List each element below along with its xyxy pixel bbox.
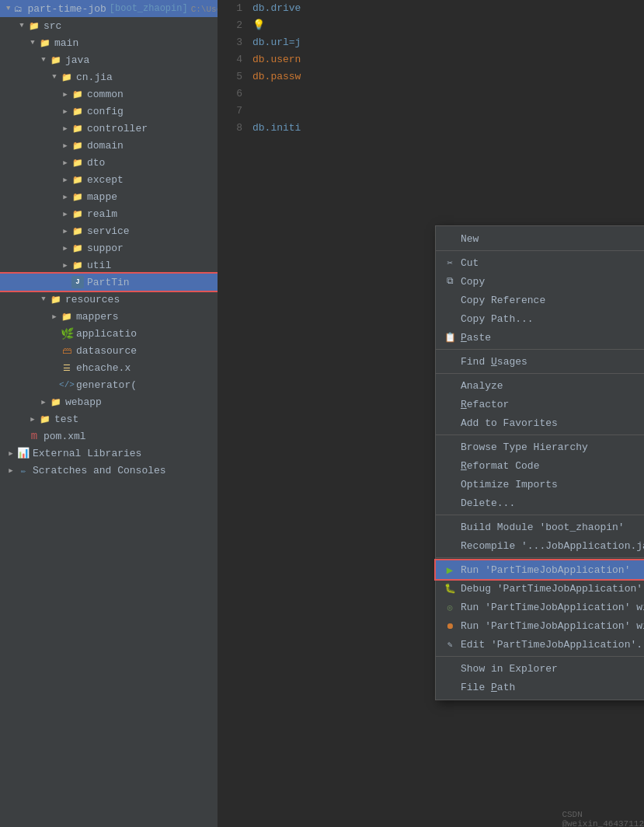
menu-item-analyze[interactable]: Analyze ▶	[436, 376, 644, 395]
folder-cnjia-icon: 📁	[61, 71, 73, 83]
tree-item-java[interactable]: 📁 java	[0, 51, 218, 68]
tree-item-common[interactable]: 📁 common	[0, 85, 218, 103]
arrow-domain	[61, 141, 70, 150]
folder-java-icon: 📁	[50, 54, 62, 66]
menu-sep-6	[436, 557, 644, 558]
menu-item-build-module[interactable]: Build Module 'boot_zhaopin'	[436, 518, 644, 536]
application-label: applicatio	[76, 328, 137, 340]
menu-label-optimize: Optimize Imports	[461, 479, 644, 490]
tree-item-controller[interactable]: 📁 controller	[0, 120, 218, 137]
tree-item-cnjia[interactable]: 📁 cn.jia	[0, 68, 218, 85]
menu-item-browse-hierarchy[interactable]: Browse Type Hierarchy Ctrl+H	[436, 438, 644, 456]
arrow-except	[61, 175, 70, 184]
mappers-label: mappers	[76, 311, 119, 323]
generator-label: generator(	[76, 379, 137, 391]
tree-item-generator[interactable]: </> generator(	[0, 376, 218, 393]
menu-item-refactor[interactable]: Refactor ▶	[436, 395, 644, 414]
mappe-label: mappe	[87, 191, 117, 203]
menu-item-new[interactable]: New ▶	[436, 229, 644, 248]
tree-item-datasource[interactable]: 🗃 datasource	[0, 342, 218, 359]
tree-item-application[interactable]: 🌿 applicatio	[0, 325, 218, 342]
menu-item-copy-ref[interactable]: Copy Reference Ctrl+Alt+Shift+C	[436, 291, 644, 309]
tree-item-ehcache[interactable]: ☰ ehcache.x	[0, 359, 218, 376]
debug-icon: 🐛	[442, 583, 458, 595]
line-num-2: 2	[218, 17, 242, 34]
arrow-config	[61, 106, 70, 116]
menu-label-delete: Delete...	[461, 497, 644, 509]
menu-item-run[interactable]: ▶ Run 'PartTimeJobApplication' Ctrl+Shif…	[436, 560, 644, 579]
menu-label-analyze: Analyze	[461, 380, 644, 392]
code-line-1: db.drive	[252, 0, 644, 17]
menu-label-recompile: Recompile '...JobApplication.java'	[461, 540, 644, 552]
menu-item-copy-path[interactable]: Copy Path...	[436, 309, 644, 328]
tree-item-test[interactable]: 📁 test	[0, 410, 218, 427]
folder-main-icon: 📁	[39, 37, 51, 49]
pom-label: pom.xml	[44, 431, 86, 442]
tree-item-parttime[interactable]: J PartTin	[0, 274, 218, 291]
line-num-7: 7	[218, 103, 242, 120]
menu-sep-7	[436, 656, 644, 657]
menu-icon-copy: ⧉	[442, 276, 458, 287]
menu-label-copy: Copy	[461, 276, 644, 288]
tree-item-realm[interactable]: 📁 realm	[0, 205, 218, 222]
folder-mappe-icon: 📁	[71, 190, 84, 203]
folder-service-icon: 📁	[71, 225, 84, 237]
menu-item-show-explorer[interactable]: Show in Explorer	[436, 659, 644, 678]
menu-item-copy[interactable]: ⧉ Copy Ctrl+C	[436, 272, 644, 291]
watermark-text: CSDN @weixin_46437112	[562, 810, 644, 827]
generator-icon: </>	[61, 379, 73, 391]
menu-icon-paste: 📋	[442, 332, 458, 344]
xml-icon: ☰	[61, 361, 73, 374]
tree-item-resources[interactable]: 📁 resources	[0, 291, 218, 308]
tree-item-main[interactable]: 📁 main	[0, 34, 218, 51]
menu-item-add-fav[interactable]: Add to Favorites ▶	[436, 414, 644, 432]
menu-item-file-path[interactable]: File Path Ctrl+Alt+F12	[436, 678, 644, 696]
menu-item-edit-config[interactable]: ✎ Edit 'PartTimeJobApplication'...	[436, 635, 644, 654]
menu-label-explorer: Show in Explorer	[461, 663, 644, 675]
project-name: part-time-job	[27, 3, 106, 15]
java-label: java	[65, 54, 89, 66]
menu-item-coverage[interactable]: ◎ Run 'PartTimeJobApplication' with Cove…	[436, 598, 644, 616]
code-editor-panel: 1 2 3 4 5 6 7 8 db.drive 💡 db.url=j db.u…	[218, 0, 644, 827]
menu-label-paste: Paste	[461, 332, 644, 344]
tree-item-util[interactable]: 📁 util	[0, 256, 218, 274]
menu-item-paste[interactable]: 📋 Paste Ctrl+V	[436, 328, 644, 347]
menu-item-find-usages[interactable]: Find Usages Alt+F7	[436, 352, 644, 371]
tree-item-extlibs[interactable]: 📊 External Libraries	[0, 445, 218, 462]
menu-item-recompile[interactable]: Recompile '...JobApplication.java' Ctrl+…	[436, 536, 644, 555]
menu-icon-cut: ✂	[442, 257, 458, 269]
menu-sep-1	[436, 250, 644, 251]
arrow-project	[6, 4, 10, 13]
edit-icon: ✎	[442, 640, 458, 650]
context-menu: New ▶ ✂ Cut Ctrl+X ⧉ Copy Ctrl+C Copy Re…	[435, 225, 644, 700]
extlibs-icon: 📊	[17, 447, 30, 459]
menu-item-reformat[interactable]: Reformat Code Ctrl+Alt+L	[436, 456, 644, 475]
tree-item-suppor[interactable]: 📁 suppor	[0, 239, 218, 256]
tree-item-domain[interactable]: 📁 domain	[0, 137, 218, 154]
tree-item-src[interactable]: 📁 src	[0, 17, 218, 34]
tree-item-except[interactable]: 📁 except	[0, 171, 218, 188]
menu-item-delete[interactable]: Delete... Delete	[436, 494, 644, 512]
menu-item-cut[interactable]: ✂ Cut Ctrl+X	[436, 253, 644, 272]
tree-item-pomxml[interactable]: m pom.xml	[0, 427, 218, 445]
tree-item-project[interactable]: 🗂 part-time-job [boot_zhaopin] C:\Users\…	[0, 0, 218, 17]
code-line-8: db.initi	[252, 120, 644, 137]
menu-label-debug: Debug 'PartTimeJobApplication'	[461, 583, 644, 595]
tree-item-dto[interactable]: 📁 dto	[0, 154, 218, 171]
tree-item-service[interactable]: 📁 service	[0, 222, 218, 239]
tree-item-scratches[interactable]: ✏ Scratches and Consoles	[0, 462, 218, 479]
menu-item-flight[interactable]: ⏺ Run 'PartTimeJobApplication' with 'Jav…	[436, 616, 644, 635]
tree-item-mappe[interactable]: 📁 mappe	[0, 188, 218, 205]
menu-item-debug[interactable]: 🐛 Debug 'PartTimeJobApplication'	[436, 579, 644, 598]
menu-item-optimize[interactable]: Optimize Imports Ctrl+Alt+O	[436, 475, 644, 494]
folder-domain-icon: 📁	[71, 139, 84, 152]
code-line-5: db.passw	[252, 68, 644, 85]
arrow-dto	[61, 158, 70, 167]
tree-item-config[interactable]: 📁 config	[0, 103, 218, 120]
tree-item-mappers[interactable]: 📁 mappers	[0, 308, 218, 325]
line-numbers: 1 2 3 4 5 6 7 8	[218, 0, 249, 137]
menu-sep-2	[436, 349, 644, 350]
coverage-icon: ◎	[442, 602, 458, 612]
tree-item-webapp[interactable]: 📁 webapp	[0, 393, 218, 410]
menu-sep-4	[436, 434, 644, 435]
